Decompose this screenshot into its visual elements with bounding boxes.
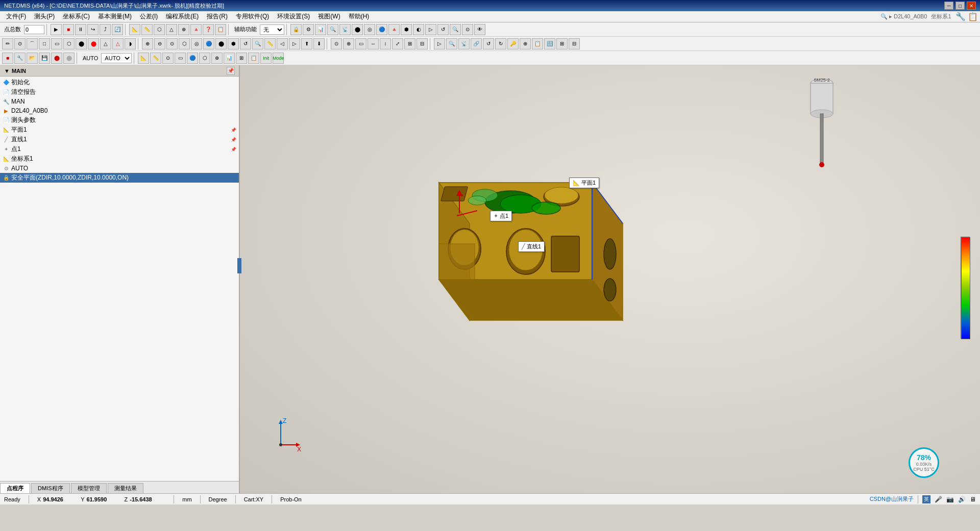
assist-select[interactable]: 无 自动 bbox=[260, 24, 284, 35]
tb-step-btn[interactable]: ↪ bbox=[87, 24, 99, 35]
tb2-btn-v[interactable]: 📏 bbox=[264, 38, 276, 49]
menu-help[interactable]: 帮助(H) bbox=[345, 11, 374, 22]
tb3-btn-j[interactable]: ▭ bbox=[175, 53, 186, 64]
tb-btn-q[interactable]: 📡 bbox=[339, 24, 351, 35]
point1-pin[interactable]: 📌 bbox=[230, 146, 237, 153]
tb2-btn-z[interactable]: ⬇ bbox=[313, 38, 325, 49]
tb2-btn-f[interactable]: ⬡ bbox=[63, 38, 75, 49]
tb-btn-u[interactable]: 🔺 bbox=[388, 24, 400, 35]
tb-btn-r[interactable]: ⬤ bbox=[352, 24, 363, 35]
tree-item-auto[interactable]: ⚙ AUTO bbox=[0, 164, 239, 173]
tb2-btn-a[interactable]: ✏ bbox=[2, 38, 13, 49]
tb2-btn-ah[interactable]: ⊟ bbox=[416, 38, 428, 49]
tb-btn-g[interactable]: ⬡ bbox=[154, 24, 165, 35]
tab-dmis[interactable]: DMIS程序 bbox=[31, 483, 70, 493]
menu-measure[interactable]: 基本测量(M) bbox=[94, 11, 136, 22]
tb-btn-n[interactable]: ⚙ bbox=[303, 24, 314, 35]
tb2-btn-ap[interactable]: ⊕ bbox=[520, 38, 531, 49]
menu-program[interactable]: 编程系统(E) bbox=[162, 11, 203, 22]
close-button[interactable]: ✕ bbox=[967, 2, 976, 10]
tb-stop-btn[interactable]: ■ bbox=[63, 24, 74, 35]
tb2-btn-ae[interactable]: ↕ bbox=[380, 38, 391, 49]
tb2-btn-i[interactable]: △ bbox=[100, 38, 111, 49]
tb-btn-h[interactable]: △ bbox=[166, 24, 177, 35]
menu-view[interactable]: 视图(W) bbox=[314, 11, 344, 22]
tb2-btn-j[interactable]: △ bbox=[112, 38, 124, 49]
menu-special[interactable]: 专用软件(Q) bbox=[232, 11, 273, 22]
tb2-btn-g[interactable]: ⬤ bbox=[76, 38, 87, 49]
panel-pin-btn[interactable]: 📌 bbox=[227, 67, 235, 75]
tb2-btn-h[interactable]: ⬤ bbox=[88, 38, 99, 49]
tree-item-safety[interactable]: 🔒 安全平面(ZDIR,10.0000,ZDIR,10.0000,ON) bbox=[0, 173, 239, 183]
tb-btn-e[interactable]: 📐 bbox=[129, 24, 140, 35]
tb2-btn-al[interactable]: 🔗 bbox=[471, 38, 482, 49]
tb3-btn-e[interactable]: ⬤ bbox=[51, 53, 62, 64]
tb2-btn-t[interactable]: ↺ bbox=[240, 38, 251, 49]
menu-settings[interactable]: 环境设置(S) bbox=[273, 11, 314, 22]
tb-btn-z[interactable]: 🔍 bbox=[450, 24, 461, 35]
tb2-btn-an[interactable]: ↻ bbox=[495, 38, 506, 49]
tb-btn-aa[interactable]: ⊙ bbox=[462, 24, 473, 35]
tb3-btn-o[interactable]: ⊞ bbox=[236, 53, 247, 64]
tree-item-man[interactable]: 🔧 MAN bbox=[0, 97, 239, 106]
tab-results[interactable]: 测量结果 bbox=[108, 483, 143, 493]
tb2-btn-x[interactable]: ▷ bbox=[289, 38, 300, 49]
tb2-btn-l[interactable]: ⊕ bbox=[142, 38, 153, 49]
tree-item-init[interactable]: 🔷 初始化 bbox=[0, 78, 239, 87]
tb3-mode[interactable]: Mode bbox=[273, 53, 284, 64]
tb3-btn-d[interactable]: 💾 bbox=[39, 53, 50, 64]
tb2-btn-k[interactable]: ◗ bbox=[125, 38, 136, 49]
tb3-init[interactable]: Init bbox=[260, 53, 272, 64]
tb2-btn-c[interactable]: ⌒ bbox=[27, 38, 38, 49]
menu-coord[interactable]: 坐标系(C) bbox=[59, 11, 94, 22]
tb2-btn-aj[interactable]: 🔍 bbox=[446, 38, 457, 49]
tree-item-point1[interactable]: ✦ 点1 📌 bbox=[0, 144, 239, 154]
tb-btn-k[interactable]: ❓ bbox=[203, 24, 214, 35]
tb2-btn-ac[interactable]: ▭ bbox=[355, 38, 366, 49]
tb2-btn-p[interactable]: ◎ bbox=[191, 38, 202, 49]
tree-item-probe-params[interactable]: 📄 测头参数 bbox=[0, 115, 239, 125]
tb2-btn-b[interactable]: ⊙ bbox=[14, 38, 26, 49]
tb3-btn-k[interactable]: 🔵 bbox=[187, 53, 198, 64]
tb-btn-w[interactable]: ◐ bbox=[413, 24, 424, 35]
tb2-btn-at[interactable]: ⊟ bbox=[569, 38, 580, 49]
tb2-btn-ak[interactable]: 📡 bbox=[458, 38, 470, 49]
tb2-btn-s[interactable]: ⬢ bbox=[228, 38, 239, 49]
tb2-btn-am[interactable]: ↺ bbox=[483, 38, 494, 49]
tb2-btn-ag[interactable]: ⊞ bbox=[404, 38, 415, 49]
tb-btn-j[interactable]: 🔺 bbox=[190, 24, 202, 35]
menu-tolerance[interactable]: 公差(I) bbox=[136, 11, 162, 22]
tb-btn-i[interactable]: ⊕ bbox=[178, 24, 189, 35]
tb2-btn-q[interactable]: 🔵 bbox=[203, 38, 214, 49]
menu-probe[interactable]: 测头(P) bbox=[30, 11, 59, 22]
tb-btn-d[interactable]: 🔄 bbox=[112, 24, 123, 35]
tb2-btn-n[interactable]: ⊙ bbox=[166, 38, 178, 49]
tb3-btn-f[interactable]: ⬤ bbox=[63, 53, 75, 64]
tb3-btn-p[interactable]: 📋 bbox=[248, 53, 259, 64]
viewport[interactable]: 📷 ◀ 125 ▶ ⏺ 📷 ⊞ ⊟ 🏷 📊 ⊕ ⊖ VIEW 📷 🔍 bbox=[240, 65, 980, 493]
tb3-btn-m[interactable]: ⊕ bbox=[211, 53, 223, 64]
tb2-btn-ai[interactable]: ▷ bbox=[434, 38, 445, 49]
tb-btn-t[interactable]: 🔵 bbox=[376, 24, 387, 35]
tb-btn-o[interactable]: 📊 bbox=[315, 24, 326, 35]
tree-item-clear[interactable]: 📄 清空报告 bbox=[0, 87, 239, 97]
tb2-btn-as[interactable]: ⊞ bbox=[556, 38, 568, 49]
tb2-btn-r[interactable]: ⬤ bbox=[215, 38, 227, 49]
tb3-btn-i[interactable]: ⊙ bbox=[162, 53, 174, 64]
tree-collapse-btn[interactable]: ▼ bbox=[4, 68, 10, 74]
tb2-btn-ad[interactable]: ↔ bbox=[368, 38, 379, 49]
3d-scene[interactable]: SM25-2 📐 平面1 ✦ 点1 ╱ 直线1 Z bbox=[240, 65, 980, 493]
line1-pin[interactable]: 📌 bbox=[230, 136, 237, 143]
tb-btn-x[interactable]: ▷ bbox=[425, 24, 436, 35]
tb2-btn-m[interactable]: ⊖ bbox=[154, 38, 165, 49]
tb-btn-m[interactable]: 🔒 bbox=[290, 24, 302, 35]
tb3-btn-h[interactable]: 📏 bbox=[150, 53, 161, 64]
tb2-btn-d[interactable]: □ bbox=[39, 38, 50, 49]
tb2-btn-aa[interactable]: ⊙ bbox=[331, 38, 342, 49]
menu-file[interactable]: 文件(F) bbox=[2, 11, 30, 22]
tab-model[interactable]: 模型管理 bbox=[71, 483, 107, 493]
tb2-btn-w[interactable]: ◁ bbox=[277, 38, 288, 49]
minimize-button[interactable]: ─ bbox=[944, 2, 953, 10]
restore-button[interactable]: □ bbox=[955, 2, 965, 10]
tb3-btn-a[interactable]: ■ bbox=[2, 53, 13, 64]
